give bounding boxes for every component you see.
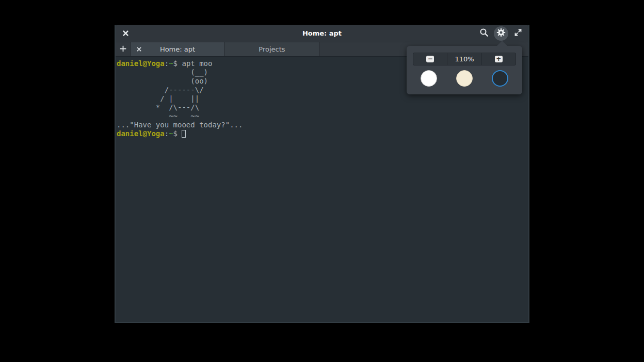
prompt-user-host: daniel@Yoga xyxy=(117,129,165,138)
search-button[interactable] xyxy=(477,26,491,41)
terminal-output-line: / | || xyxy=(117,94,527,103)
popover-arrow xyxy=(497,41,507,46)
color-scheme-dark[interactable] xyxy=(492,70,508,87)
zoom-control: − 110% + xyxy=(413,53,516,65)
plus-icon: + xyxy=(495,56,503,62)
terminal-viewport[interactable]: daniel@Yoga:~$ apt moo (__) (oo) /------… xyxy=(116,57,528,322)
prompt-path: ~ xyxy=(169,59,173,68)
tab-label: Projects xyxy=(259,45,285,53)
settings-button[interactable] xyxy=(494,26,508,41)
gear-icon xyxy=(496,27,506,40)
tab-label: Home: apt xyxy=(160,45,195,53)
zoom-level-value: 110% xyxy=(455,55,474,63)
prompt-dollar: $ xyxy=(173,129,182,138)
tab-close-button[interactable] xyxy=(135,45,143,54)
prompt-colon: : xyxy=(165,129,169,138)
search-icon xyxy=(479,28,489,39)
settings-popover: − 110% + xyxy=(407,46,522,94)
terminal-output-line: ~~ ~~ xyxy=(117,112,527,121)
fullscreen-button[interactable] xyxy=(511,26,525,41)
terminal-output-line: * /\---/\ xyxy=(117,103,527,112)
plus-icon xyxy=(120,44,126,54)
zoom-out-button[interactable]: − xyxy=(413,53,447,65)
prompt-user-host: daniel@Yoga xyxy=(117,59,165,68)
new-tab-button[interactable] xyxy=(116,42,131,56)
titlebar[interactable]: Home: apt xyxy=(116,25,528,42)
close-icon xyxy=(123,28,128,38)
terminal-window: Home: apt xyxy=(115,25,529,323)
expand-icon xyxy=(514,28,522,39)
prompt-colon: : xyxy=(165,59,169,68)
terminal-output-line: ..."Have you mooed today?"... xyxy=(117,121,527,129)
zoom-in-button[interactable]: + xyxy=(481,53,516,65)
color-scheme-row xyxy=(407,65,522,87)
prompt-dollar: $ xyxy=(173,59,182,68)
titlebar-actions xyxy=(477,26,528,41)
minus-icon: − xyxy=(426,56,434,62)
terminal-cursor xyxy=(182,130,186,138)
zoom-level[interactable]: 110% xyxy=(447,53,481,65)
prompt-path: ~ xyxy=(169,129,173,138)
tab-projects[interactable]: Projects xyxy=(225,42,319,56)
tab-home-apt[interactable]: Home: apt xyxy=(131,42,225,56)
color-scheme-light[interactable] xyxy=(421,70,437,87)
terminal-prompt-line: daniel@Yoga:~$ xyxy=(117,129,527,138)
color-scheme-sepia[interactable] xyxy=(456,70,473,87)
command-text: apt moo xyxy=(182,59,212,68)
window-close-button[interactable] xyxy=(118,26,133,41)
window-title: Home: apt xyxy=(116,29,528,37)
